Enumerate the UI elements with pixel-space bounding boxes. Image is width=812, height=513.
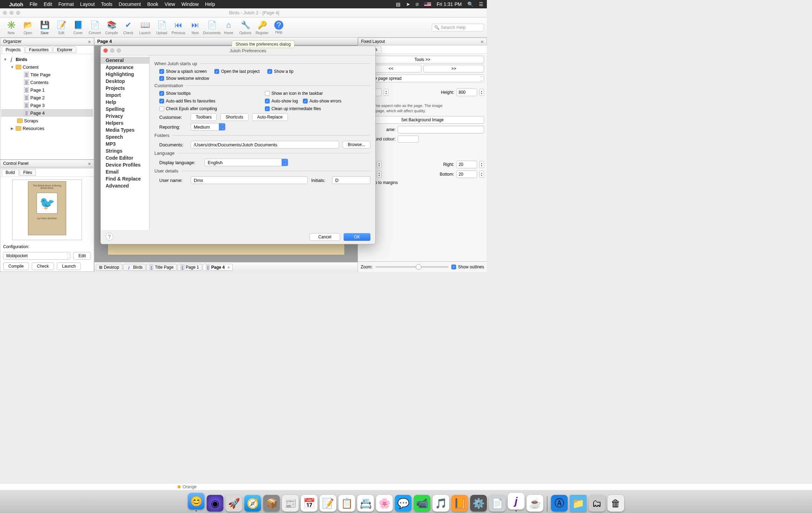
menu-layout[interactable]: Layout	[80, 1, 95, 7]
toolbar-open[interactable]: 📂Open	[20, 20, 36, 35]
toolbar-edit[interactable]: 📝Edit	[53, 20, 70, 35]
tree-content-folder[interactable]: ▼Content	[1, 63, 93, 71]
menu-document[interactable]: Document	[119, 1, 141, 7]
app-menu[interactable]: Jutoh	[9, 1, 23, 7]
check-cleanup[interactable]: ✓Clean up intermediate files	[265, 106, 370, 111]
tree-page-3[interactable]: Page 3	[1, 101, 93, 109]
clock[interactable]: Fri 1:31 PM	[437, 1, 462, 7]
launch-button[interactable]: Launch	[57, 262, 81, 270]
prefs-nav-projects[interactable]: Projects	[101, 85, 149, 92]
toolbar-register[interactable]: 🔑Register	[254, 20, 270, 35]
menu-format[interactable]: Format	[59, 1, 74, 7]
fl-spread-select[interactable]: Double page spread	[361, 75, 484, 82]
stepper-icon[interactable]: ▲▼	[384, 89, 389, 96]
fl-bg-colour-swatch[interactable]	[398, 136, 419, 143]
prefs-nav-advanced[interactable]: Advanced	[101, 182, 149, 189]
cp-tab-build[interactable]: Build	[2, 169, 19, 176]
compile-button[interactable]: Compile	[3, 262, 29, 270]
fixed-layout-close-icon[interactable]: ×	[481, 39, 484, 45]
prefs-nav-mp3[interactable]: MP3	[101, 140, 149, 147]
tree-scraps-folder[interactable]: Scraps	[1, 117, 93, 124]
menu-view[interactable]: View	[164, 1, 175, 7]
organizer-tab-favourites[interactable]: Favourites	[25, 46, 52, 53]
minimize-window-icon[interactable]	[9, 11, 14, 15]
check-taskbar[interactable]: Show an icon in the taskbar	[265, 91, 370, 96]
prefs-nav-help[interactable]: Help	[101, 99, 149, 106]
menu-help[interactable]: Help	[205, 1, 215, 7]
organizer-close-icon[interactable]: ×	[88, 39, 91, 45]
doc-tab-birds[interactable]: jBirds	[123, 264, 146, 271]
stepper-icon[interactable]: ▲▼	[479, 89, 484, 96]
prefs-nav-speech[interactable]: Speech	[101, 133, 149, 140]
zoom-slider[interactable]	[375, 266, 449, 268]
prefs-nav-device-profiles[interactable]: Device Profiles	[101, 161, 149, 168]
prefs-nav-privacy[interactable]: Privacy	[101, 113, 149, 120]
check-show-tip[interactable]: ✓Show a tip	[267, 69, 293, 74]
prefs-minimize-icon[interactable]	[110, 48, 114, 53]
config-select[interactable]: Mobipocket	[3, 252, 70, 260]
prefs-nav-appearance[interactable]: Appearance	[101, 64, 149, 71]
spotlight-icon[interactable]: 🔍	[467, 1, 473, 7]
tree-page-title[interactable]: Title Page	[1, 71, 93, 78]
prefs-ok-button[interactable]: OK	[344, 233, 370, 241]
zoom-window-icon[interactable]	[16, 11, 20, 15]
check-open-last[interactable]: ✓Open the last project	[214, 69, 260, 74]
prefs-nav-import[interactable]: Import	[101, 92, 149, 99]
input-flag-icon[interactable]	[424, 2, 431, 6]
browse-button[interactable]: Browse...	[343, 141, 370, 148]
toolbar-cover[interactable]: 📘Cover	[70, 20, 86, 35]
toolbar-help[interactable]: ?Help	[270, 21, 287, 34]
prefs-close-icon[interactable]	[104, 48, 108, 53]
fl-right-input[interactable]: 20	[456, 161, 477, 168]
stepper-icon[interactable]: ▲▼	[377, 171, 382, 178]
stepper-icon[interactable]: ▲▼	[479, 171, 484, 178]
organizer-tab-projects[interactable]: Projects	[2, 46, 24, 53]
toolbar-next[interactable]: ⏭Next	[187, 20, 204, 35]
organizer-tab-explorer[interactable]: Explorer	[53, 46, 76, 53]
prefs-nav-helpers[interactable]: Helpers	[101, 120, 149, 127]
doc-tab-desktop[interactable]: ⊞Desktop	[96, 264, 122, 271]
close-window-icon[interactable]	[3, 11, 7, 15]
toolbar-documents[interactable]: 📄Documents	[204, 20, 220, 35]
check-welcome[interactable]: ✓Show welcome window	[159, 76, 209, 81]
prefs-nav-find-replace[interactable]: Find & Replace	[101, 175, 149, 182]
toolbar-new[interactable]: ✳️New	[3, 20, 20, 35]
prefs-nav-general[interactable]: General	[101, 57, 149, 64]
fl-height-input[interactable]: 800	[456, 89, 477, 96]
toolbar-previous[interactable]: ⏮Previous	[170, 20, 187, 35]
fl-bottom-input[interactable]: 20	[456, 170, 477, 178]
menu-window[interactable]: Window	[181, 1, 199, 7]
search-help-input[interactable]: Search Help	[432, 24, 484, 31]
toolbar-options[interactable]: 🔧Options	[237, 20, 254, 35]
toolbar-home[interactable]: ⌂Home	[220, 20, 237, 35]
tree-page-2[interactable]: Page 2	[1, 94, 93, 101]
check-autofav[interactable]: ✓Auto-add files to favourites	[159, 99, 265, 104]
initials-input[interactable]: D	[332, 176, 370, 184]
reporting-select[interactable]: Medium	[191, 123, 225, 131]
cp-tab-files[interactable]: Files	[20, 169, 36, 176]
prefs-cancel-button[interactable]: Cancel	[309, 233, 340, 241]
toolbar-convert[interactable]: 📄Convert	[86, 20, 103, 35]
username-input[interactable]: Dmx	[191, 176, 308, 184]
toolbar-check[interactable]: ✔Check	[120, 20, 137, 35]
check-button[interactable]: Check	[32, 262, 54, 270]
toolbar-upload[interactable]: 📄Upload	[153, 20, 170, 35]
doc-tab-page-1[interactable]: Page 1	[177, 264, 202, 271]
fl-set-bg-button[interactable]: Set Background Image	[361, 116, 484, 124]
check-autolog[interactable]: ✓Auto-show log	[265, 99, 298, 104]
prefs-nav-email[interactable]: Email	[101, 168, 149, 175]
check-check-epub[interactable]: Check Epub after compiling	[159, 106, 265, 111]
display-icon[interactable]: ⎚	[416, 1, 419, 7]
check-splash[interactable]: ✓Show a splash screen	[159, 69, 207, 74]
menu-book[interactable]: Book	[147, 1, 158, 7]
toolbar-compile[interactable]: 📚Compile	[103, 20, 120, 35]
customise-toolbars-button[interactable]: Toolbars	[191, 113, 217, 121]
prefs-nav-desktop[interactable]: Desktop	[101, 78, 149, 85]
menu-edit[interactable]: Edit	[44, 1, 52, 7]
prefs-nav-strings[interactable]: Strings	[101, 147, 149, 154]
tab-close-icon[interactable]: ×	[228, 265, 230, 269]
tree-page-4[interactable]: Page 4	[1, 109, 93, 117]
tree-resources-folder[interactable]: ▶Resources	[1, 124, 93, 132]
prefs-nav-highlighting[interactable]: Highlighting	[101, 71, 149, 78]
toolbar-save[interactable]: 💾Save	[36, 20, 53, 35]
